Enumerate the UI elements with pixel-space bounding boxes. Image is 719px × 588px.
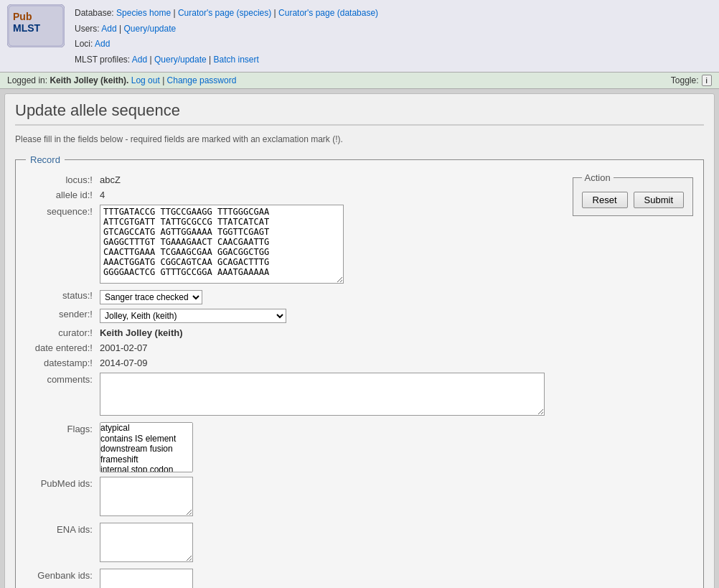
curators-page-database-link[interactable]: Curator's page (database) [278, 8, 378, 18]
page-container: Update allele sequence Please fill in th… [4, 93, 715, 588]
locus-value: abcZ [100, 173, 121, 185]
database-label: Database: [75, 8, 114, 18]
allele-id-label: allele id:! [26, 187, 97, 202]
curator-value: Keith Jolley (keith) [100, 325, 183, 338]
allele-id-value: 4 [100, 188, 105, 200]
action-box: Action Reset Submit [573, 172, 693, 216]
flag-downstream-fusion: downstream fusion [100, 444, 192, 454]
allele-id-row: allele id:! 4 [26, 187, 593, 202]
toggle-area: Toggle: i [671, 75, 712, 86]
genbank-textarea[interactable] [100, 569, 193, 588]
toggle-label: Toggle: [671, 75, 699, 85]
logo: Pub MLST [7, 4, 65, 47]
loci-add-link[interactable]: Add [95, 39, 110, 49]
curator-label: curator:! [26, 325, 97, 340]
svg-text:MLST: MLST [13, 22, 41, 34]
login-info: Logged in: Keith Jolley (keith). Log out… [7, 75, 236, 85]
pubmed-textarea[interactable] [100, 477, 193, 516]
logged-in-label: Logged in: [7, 75, 50, 85]
reset-button[interactable]: Reset [582, 192, 628, 208]
record-legend: Record [26, 154, 65, 165]
action-legend: Action [582, 172, 614, 183]
locus-row: locus:! abcZ [26, 172, 593, 187]
comments-label: comments: [26, 370, 97, 420]
ena-row: ENA ids: [26, 521, 593, 566]
form-table: locus:! abcZ allele id:! 4 sequence:! [26, 172, 593, 588]
date-entered-row: date entered:! 2001-02-07 [26, 340, 593, 355]
users-add-link[interactable]: Add [101, 24, 116, 34]
mlst-batch-insert-link[interactable]: Batch insert [213, 55, 258, 65]
change-password-link[interactable]: Change password [167, 75, 237, 85]
status-row: status:! Sanger trace checked Unchecked … [26, 288, 593, 307]
info-text: Please fill in the fields below - requir… [15, 134, 704, 144]
status-select[interactable]: Sanger trace checked Unchecked Just impo… [100, 290, 202, 304]
genbank-row: Genbank ids: [26, 566, 593, 588]
header: Pub MLST Database: Species home | Curato… [0, 0, 719, 73]
svg-text:Pub: Pub [13, 11, 32, 22]
toggle-button[interactable]: i [702, 75, 712, 86]
ena-label: ENA ids: [26, 521, 97, 566]
log-out-link[interactable]: Log out [131, 75, 160, 85]
users-label: Users: [75, 24, 100, 34]
ena-textarea[interactable] [100, 523, 193, 562]
sequence-textarea[interactable] [100, 205, 344, 284]
login-bar: Logged in: Keith Jolley (keith). Log out… [0, 73, 719, 89]
flag-frameshift: frameshift [100, 454, 192, 465]
sender-select[interactable]: Jolley, Keith (keith) Admin user (admin) [100, 309, 286, 323]
comments-row: comments: [26, 370, 593, 420]
pubmed-row: PubMed ids: [26, 475, 593, 521]
datestamp-label: datestamp:! [26, 355, 97, 370]
page-title: Update allele sequence [15, 101, 704, 126]
loci-label: Loci: [75, 39, 93, 49]
sequence-row: sequence:! [26, 202, 593, 288]
locus-label: locus:! [26, 172, 97, 187]
record-fieldset: Record Action Reset Submit locus:! abcZ … [15, 154, 704, 588]
genbank-label: Genbank ids: [26, 566, 97, 588]
submit-button[interactable]: Submit [634, 192, 684, 208]
username: Keith Jolley (keith). [50, 75, 128, 85]
flag-contains-is: contains IS element [100, 434, 192, 444]
mlst-add-link[interactable]: Add [132, 55, 147, 65]
users-query-update-link[interactable]: Query/update [124, 24, 177, 34]
curators-page-species-link[interactable]: Curator's page (species) [178, 8, 271, 18]
mlst-query-update-link[interactable]: Query/update [154, 55, 207, 65]
curator-row: curator:! Keith Jolley (keith) [26, 325, 593, 340]
mlst-label: MLST profiles: [75, 55, 130, 65]
flags-row: Flags: atypical contains IS element down… [26, 420, 593, 475]
sequence-label: sequence:! [26, 202, 97, 288]
comments-textarea[interactable] [100, 373, 545, 416]
flags-label: Flags: [26, 420, 97, 475]
date-entered-label: date entered:! [26, 340, 97, 355]
datestamp-value: 2014-07-09 [100, 355, 148, 368]
sender-row: sender:! Jolley, Keith (keith) Admin use… [26, 307, 593, 325]
flag-atypical: atypical [100, 423, 192, 433]
pubmed-label: PubMed ids: [26, 475, 97, 521]
date-entered-value: 2001-02-07 [100, 340, 148, 353]
status-label: status:! [26, 288, 97, 307]
sender-label: sender:! [26, 307, 97, 325]
species-home-link[interactable]: Species home [116, 8, 171, 18]
nav-links: Database: Species home | Curator's page … [75, 4, 378, 67]
datestamp-row: datestamp:! 2014-07-09 [26, 355, 593, 370]
flags-listbox[interactable]: atypical contains IS element downstream … [100, 422, 193, 472]
flag-internal-stop: internal stop codon [100, 465, 192, 472]
